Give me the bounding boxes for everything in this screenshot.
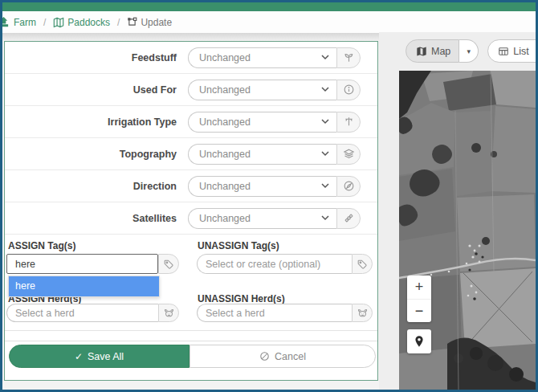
used-for-label: Used For: [5, 84, 188, 96]
map-zoom-control: + −: [407, 276, 431, 322]
seedling-icon: [343, 51, 355, 63]
irrigation-type-icon-button[interactable]: [336, 112, 361, 133]
satellites-label: Satellites: [5, 213, 188, 224]
breadcrumb-update-label: Update: [141, 17, 172, 28]
app-window: Farm / Paddocks / Update Feedstuff: [0, 0, 538, 392]
breadcrumb-farm[interactable]: Farm: [14, 17, 36, 28]
top-green-bar: [2, 2, 536, 11]
assign-herds-input[interactable]: [6, 304, 158, 322]
view-toggle: Map ▾ List ▾: [406, 39, 538, 63]
location-pin-icon: [413, 335, 426, 348]
form-row-direction: Direction Unchanged: [5, 170, 377, 202]
paddock-update-form: Feedstuff Unchanged Used For Unchanged: [4, 41, 378, 381]
table-icon: [498, 46, 509, 57]
unassign-herds-group: [197, 304, 373, 322]
tag-icon: [357, 259, 368, 270]
used-for-icon-button[interactable]: [336, 80, 361, 100]
map-view-caret-button[interactable]: ▾: [459, 39, 479, 63]
cancel-button[interactable]: Cancel: [190, 345, 376, 368]
chevron-down-icon: [321, 215, 329, 221]
unassign-herds-input[interactable]: [197, 304, 352, 322]
unassign-herds-cow-icon-button[interactable]: [352, 304, 373, 322]
assign-tags-label: ASSIGN Tag(s): [8, 240, 75, 251]
assign-tags-tag-icon-button[interactable]: [158, 254, 179, 274]
direction-select-value: Unchanged: [199, 181, 251, 192]
cow-icon: [163, 307, 175, 319]
topography-select-value: Unchanged: [199, 149, 251, 160]
satellites-select-value: Unchanged: [199, 213, 251, 224]
chevron-down-icon: [321, 119, 329, 125]
direction-select[interactable]: Unchanged: [188, 176, 336, 197]
zoom-out-button[interactable]: −: [407, 299, 431, 322]
satellite-map[interactable]: + −: [399, 71, 536, 390]
save-all-label: Save All: [88, 351, 124, 362]
chevron-down-icon: [321, 151, 329, 157]
assign-tags-group: [6, 254, 179, 274]
compass-icon: [343, 180, 355, 192]
list-view-split-button: List ▾: [487, 39, 538, 63]
direction-label: Direction: [5, 181, 188, 192]
chevron-down-icon: [321, 55, 329, 60]
map-view-button[interactable]: Map: [406, 39, 459, 63]
breadcrumb-paddocks-label: Paddocks: [67, 17, 110, 28]
used-for-select[interactable]: Unchanged: [188, 80, 336, 100]
assign-tags-input[interactable]: [6, 254, 158, 274]
feedstuff-select-value: Unchanged: [199, 52, 251, 63]
unassign-tags-label: UNASSIGN Tag(s): [198, 240, 279, 251]
breadcrumb-update: Update: [127, 17, 172, 28]
topography-label: Topography: [5, 149, 188, 160]
used-for-select-value: Unchanged: [199, 84, 251, 96]
irrigation-type-select[interactable]: Unchanged: [188, 112, 336, 133]
cancel-label: Cancel: [275, 351, 306, 362]
farm-icon: [0, 16, 10, 28]
map-view-label: Map: [431, 46, 450, 57]
form-row-topography: Topography Unchanged: [5, 138, 377, 170]
unassign-tags-group: [197, 254, 373, 274]
unassign-tags-tag-icon-button[interactable]: [352, 254, 373, 274]
breadcrumb-separator: /: [117, 17, 120, 28]
form-row-used-for: Used For Unchanged: [5, 74, 377, 106]
unassign-tags-input[interactable]: [197, 254, 352, 274]
feedstuff-select[interactable]: Unchanged: [188, 47, 336, 68]
caret-down-icon: ▾: [467, 47, 471, 55]
breadcrumb: Farm / Paddocks / Update: [2, 11, 536, 33]
direction-compass-icon-button[interactable]: [336, 176, 361, 197]
cow-icon: [357, 307, 369, 319]
chevron-down-icon: [321, 87, 329, 92]
layers-icon: [343, 148, 355, 160]
tag-icon: [163, 259, 174, 270]
form-row-satellites: Satellites Unchanged: [5, 202, 377, 235]
unassign-herds-label: UNASSIGN Herd(s): [198, 293, 285, 304]
feedstuff-icon-button[interactable]: [336, 47, 361, 68]
save-all-button[interactable]: ✓ Save All: [9, 345, 190, 368]
update-polygon-icon: [127, 17, 137, 27]
assign-herds-cow-icon-button[interactable]: [158, 304, 179, 322]
chevron-down-icon: [321, 183, 329, 189]
satellites-select[interactable]: Unchanged: [188, 208, 336, 229]
tag-suggestion-dropdown: here: [8, 276, 160, 297]
footer-divider: [5, 341, 377, 341]
info-icon: [343, 84, 355, 96]
satellite-icon: [343, 212, 355, 224]
irrigation-type-select-value: Unchanged: [199, 116, 251, 128]
map-icon: [416, 46, 427, 57]
check-icon: ✓: [75, 351, 83, 362]
cancel-icon: [259, 351, 270, 361]
list-view-label: List: [513, 46, 528, 57]
irrigation-type-label: Irrigation Type: [5, 116, 188, 128]
breadcrumb-paddocks[interactable]: Paddocks: [53, 17, 110, 28]
topography-select[interactable]: Unchanged: [188, 144, 336, 165]
topography-layers-icon-button[interactable]: [336, 144, 361, 165]
satellites-icon-button[interactable]: [336, 208, 361, 229]
breadcrumb-separator: /: [43, 17, 46, 28]
tag-suggestion-option[interactable]: here: [9, 276, 159, 296]
list-view-button[interactable]: List: [487, 39, 537, 63]
assign-herds-group: [6, 304, 179, 322]
zoom-in-button[interactable]: +: [407, 276, 431, 299]
feedstuff-label: Feedstuff: [5, 52, 188, 63]
locate-button[interactable]: [407, 329, 431, 353]
irrigation-sprinkler-icon: [343, 116, 355, 128]
form-row-feedstuff: Feedstuff Unchanged: [5, 42, 377, 74]
breadcrumb-farm-label: Farm: [14, 17, 36, 28]
form-row-irrigation-type: Irrigation Type Unchanged: [5, 106, 377, 138]
